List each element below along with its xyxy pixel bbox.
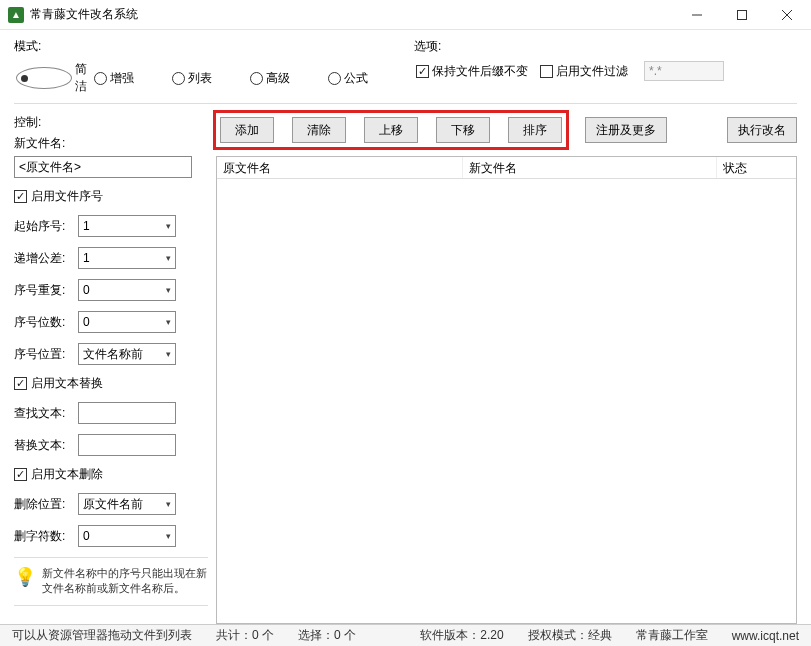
enable-replace-label: 启用文本替换 [31,375,103,392]
col-status[interactable]: 状态 [717,157,796,178]
window-title: 常青藤文件改名系统 [30,6,674,23]
find-input[interactable] [78,402,176,424]
step-select[interactable]: 1▾ [78,247,176,269]
execute-button[interactable]: 执行改名 [727,117,797,143]
replace-input[interactable] [78,434,176,456]
add-button[interactable]: 添加 [220,117,274,143]
repeat-label: 序号重复: [14,282,74,299]
mode-radio-enhanced-label: 增强 [110,70,134,87]
enable-filter-checkbox[interactable]: 启用文件过滤 [540,63,628,80]
digits-label: 序号位数: [14,314,74,331]
new-name-input[interactable] [14,156,192,178]
find-label: 查找文本: [14,405,74,422]
enable-filter-label: 启用文件过滤 [556,63,628,80]
replace-label: 替换文本: [14,437,74,454]
start-no-value: 1 [83,219,90,233]
start-no-select[interactable]: 1▾ [78,215,176,237]
del-pos-value: 原文件名前 [83,496,143,513]
lightbulb-icon: 💡 [14,566,36,597]
register-button[interactable]: 注册及更多 [585,117,667,143]
minimize-button[interactable] [674,0,719,30]
del-count-select[interactable]: 0▾ [78,525,176,547]
del-count-value: 0 [83,529,90,543]
status-studio: 常青藤工作室 [636,627,708,644]
maximize-button[interactable] [719,0,764,30]
keep-ext-checkbox[interactable]: ✓保持文件后缀不变 [416,63,528,80]
chevron-down-icon: ▾ [166,317,171,327]
mode-radio-simple-label: 简洁 [75,61,88,95]
enable-replace-checkbox[interactable]: ✓启用文本替换 [14,375,208,392]
status-url[interactable]: www.icqt.net [732,629,799,643]
status-selected: 选择：0 个 [298,627,356,644]
mode-radio-formula-label: 公式 [344,70,368,87]
repeat-select[interactable]: 0▾ [78,279,176,301]
list-body[interactable] [217,179,796,623]
start-no-label: 起始序号: [14,218,74,235]
chevron-down-icon: ▾ [166,531,171,541]
enable-delete-label: 启用文本删除 [31,466,103,483]
mode-radio-advanced-label: 高级 [266,70,290,87]
chevron-down-icon: ▾ [166,253,171,263]
pos-value: 文件名称前 [83,346,143,363]
status-version: 软件版本：2.20 [420,627,503,644]
enable-delete-checkbox[interactable]: ✓启用文本删除 [14,466,208,483]
control-label: 控制: [14,114,208,131]
step-label: 递增公差: [14,250,74,267]
chevron-down-icon: ▾ [166,221,171,231]
tip-text: 新文件名称中的序号只能出现在新文件名称前或新文件名称后。 [42,566,208,597]
status-bar: 可以从资源管理器拖动文件到列表 共计：0 个 选择：0 个 软件版本：2.20 … [0,624,811,646]
digits-value: 0 [83,315,90,329]
mode-radio-list[interactable]: 列表 [172,70,244,87]
clear-button[interactable]: 清除 [292,117,346,143]
step-value: 1 [83,251,90,265]
status-count: 共计：0 个 [216,627,274,644]
del-count-label: 删字符数: [14,528,74,545]
highlighted-button-group: 添加 清除 上移 下移 排序 [213,110,569,150]
app-icon: ▲ [8,7,24,23]
chevron-down-icon: ▾ [166,349,171,359]
enable-seq-label: 启用文件序号 [31,188,103,205]
col-new[interactable]: 新文件名 [463,157,717,178]
mode-radio-simple[interactable]: 简洁 [16,61,88,95]
digits-select[interactable]: 0▾ [78,311,176,333]
file-list[interactable]: 原文件名 新文件名 状态 [216,156,797,624]
move-down-button[interactable]: 下移 [436,117,490,143]
sort-button[interactable]: 排序 [508,117,562,143]
repeat-value: 0 [83,283,90,297]
list-header: 原文件名 新文件名 状态 [217,157,796,179]
filter-input[interactable] [644,61,724,81]
mode-radio-enhanced[interactable]: 增强 [94,70,166,87]
pos-select[interactable]: 文件名称前▾ [78,343,176,365]
mode-radio-list-label: 列表 [188,70,212,87]
pos-label: 序号位置: [14,346,74,363]
titlebar: ▲ 常青藤文件改名系统 [0,0,811,30]
status-drag-hint: 可以从资源管理器拖动文件到列表 [12,627,192,644]
divider [14,103,797,104]
chevron-down-icon: ▾ [166,285,171,295]
svg-rect-1 [737,10,746,19]
options-label: 选项: [414,38,797,55]
enable-seq-checkbox[interactable]: ✓启用文件序号 [14,188,208,205]
new-name-label: 新文件名: [14,135,208,152]
move-up-button[interactable]: 上移 [364,117,418,143]
mode-label: 模式: [14,38,404,55]
tip-box: 💡 新文件名称中的序号只能出现在新文件名称前或新文件名称后。 [14,557,208,606]
mode-radio-advanced[interactable]: 高级 [250,70,322,87]
keep-ext-label: 保持文件后缀不变 [432,63,528,80]
mode-radio-group: 简洁 增强 列表 高级 公式 [14,59,404,101]
close-button[interactable] [764,0,809,30]
status-license: 授权模式：经典 [528,627,612,644]
chevron-down-icon: ▾ [166,499,171,509]
del-pos-select[interactable]: 原文件名前▾ [78,493,176,515]
mode-radio-formula[interactable]: 公式 [328,70,400,87]
col-original[interactable]: 原文件名 [217,157,463,178]
del-pos-label: 删除位置: [14,496,74,513]
